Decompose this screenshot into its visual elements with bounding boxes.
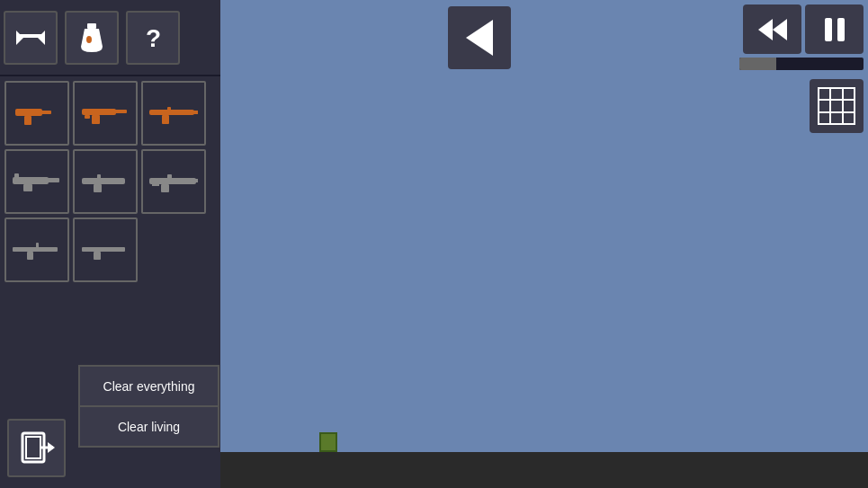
back-button[interactable] — [448, 6, 511, 69]
svg-rect-7 — [24, 116, 31, 125]
svg-rect-21 — [82, 178, 125, 184]
top-right-controls — [739, 4, 864, 70]
progress-bar-container[interactable] — [739, 58, 864, 70]
grid-toggle-button[interactable] — [810, 79, 864, 133]
svg-rect-25 — [161, 184, 169, 192]
svg-rect-16 — [192, 111, 198, 114]
svg-rect-14 — [162, 115, 169, 124]
weapon-grid — [4, 81, 206, 282]
weapon-cell-sniper[interactable] — [4, 217, 69, 282]
svg-rect-8 — [40, 111, 51, 114]
svg-rect-32 — [82, 247, 125, 252]
svg-rect-33 — [94, 252, 101, 260]
game-entity — [319, 432, 337, 452]
svg-rect-30 — [27, 252, 33, 260]
svg-text:?: ? — [146, 24, 161, 52]
help-button[interactable]: ? — [126, 11, 180, 65]
svg-marker-39 — [758, 19, 773, 40]
svg-rect-35 — [26, 437, 40, 458]
svg-rect-10 — [92, 115, 100, 124]
svg-rect-43 — [819, 88, 855, 124]
context-menu: Clear everything Clear living — [78, 365, 219, 448]
weapon-cell-machine-gun[interactable] — [4, 149, 69, 214]
weapon-cell-pistol[interactable] — [4, 81, 69, 146]
weapon-cell-shotgun[interactable] — [73, 149, 138, 214]
svg-point-4 — [86, 36, 92, 43]
toolbar: ? — [0, 0, 220, 76]
weapon-cell-smg[interactable] — [73, 81, 138, 146]
inventory-button[interactable] — [65, 11, 119, 65]
swap-button[interactable] — [4, 11, 58, 65]
svg-marker-38 — [466, 20, 493, 56]
clear-living-button[interactable]: Clear living — [79, 406, 219, 447]
svg-rect-29 — [13, 247, 58, 252]
svg-rect-27 — [192, 179, 198, 182]
progress-bar — [739, 58, 776, 70]
sidebar: ? — [0, 0, 220, 488]
svg-rect-22 — [94, 184, 102, 192]
svg-rect-9 — [82, 109, 116, 115]
svg-rect-3 — [87, 23, 96, 29]
svg-rect-19 — [47, 178, 59, 182]
svg-rect-42 — [837, 18, 845, 41]
svg-rect-23 — [97, 174, 101, 180]
exit-button[interactable] — [7, 419, 66, 477]
svg-rect-6 — [15, 109, 42, 116]
svg-rect-12 — [85, 115, 90, 119]
svg-rect-31 — [36, 243, 39, 248]
game-area — [220, 0, 868, 488]
weapon-cell-assault-rifle[interactable] — [141, 149, 206, 214]
svg-rect-11 — [113, 110, 127, 113]
svg-marker-1 — [16, 31, 23, 45]
svg-marker-40 — [773, 19, 787, 40]
pause-button[interactable] — [805, 4, 864, 54]
ground — [220, 452, 868, 488]
svg-marker-37 — [48, 442, 55, 453]
svg-rect-15 — [167, 107, 171, 111]
svg-rect-18 — [23, 184, 32, 191]
weapon-cell-lmg[interactable] — [73, 217, 138, 282]
svg-marker-2 — [38, 31, 45, 45]
weapon-cell-rifle[interactable] — [141, 81, 206, 146]
clear-everything-button[interactable]: Clear everything — [79, 366, 219, 406]
rewind-button[interactable] — [743, 4, 801, 54]
svg-rect-20 — [14, 173, 19, 179]
svg-rect-28 — [152, 182, 159, 186]
svg-rect-13 — [149, 110, 194, 115]
svg-rect-26 — [167, 174, 172, 179]
svg-rect-41 — [825, 18, 832, 41]
playback-controls — [743, 4, 864, 54]
